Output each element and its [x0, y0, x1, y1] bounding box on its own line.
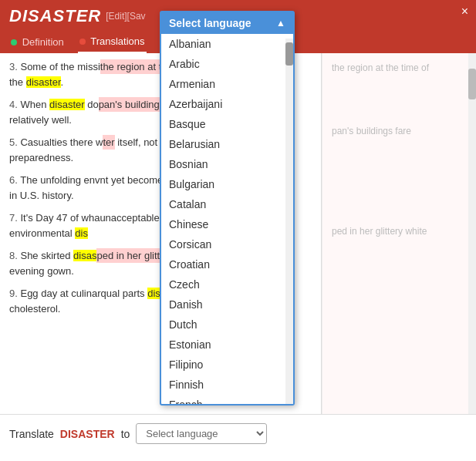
dropdown-item[interactable]: Filipino	[161, 355, 293, 375]
right-panel-text3: ped in her glittery white	[329, 223, 470, 240]
tab-translations-label: Translations	[90, 35, 144, 47]
tab-definition-label: Definition	[22, 36, 64, 48]
translations-dot	[79, 39, 86, 45]
dropdown-item[interactable]: Catalan	[161, 194, 293, 214]
dropdown-scroll-up[interactable]: ▲	[276, 18, 285, 29]
language-select[interactable]: Select language	[136, 423, 267, 444]
translate-word: DISASTER	[60, 428, 115, 440]
dropdown-item[interactable]: Azerbaijani	[161, 94, 293, 114]
dropdown-item[interactable]: Finnish	[161, 375, 293, 395]
dropdown-item[interactable]: Dutch	[161, 315, 293, 335]
bottom-bar: Translate DISASTER to Select language	[0, 414, 476, 453]
dropdown-item[interactable]: Belarusian	[161, 134, 293, 154]
translate-label: Translate	[9, 428, 54, 440]
dropdown-item[interactable]: Chinese	[161, 214, 293, 234]
dropdown-header: Select language ▲	[161, 12, 293, 34]
dropdown-item[interactable]: Danish	[161, 294, 293, 315]
tab-definition[interactable]: Definition	[9, 33, 66, 52]
definition-dot	[11, 39, 17, 45]
dropdown-scrollbar[interactable]	[285, 39, 293, 404]
dropdown-item[interactable]: Arabic	[161, 54, 293, 74]
right-panel: the region at the time of pan's building…	[322, 53, 476, 414]
right-panel-text: the region at the time of	[329, 59, 470, 76]
dropdown-item[interactable]: Estonian	[161, 335, 293, 355]
right-scrollbar-thumb	[468, 69, 476, 99]
language-dropdown: Select language ▲ AlbanianArabicArmenian…	[160, 11, 295, 405]
app-title: DISASTER	[9, 6, 101, 26]
tab-translations[interactable]: Translations	[78, 32, 147, 53]
dropdown-item[interactable]: Albanian	[161, 34, 293, 54]
dropdown-list: AlbanianArabicArmenianAzerbaijaniBasqueB…	[161, 34, 293, 404]
dropdown-item[interactable]: Basque	[161, 114, 293, 134]
dropdown-item[interactable]: Armenian	[161, 74, 293, 94]
dropdown-item[interactable]: Corsican	[161, 234, 293, 254]
right-scrollbar[interactable]	[468, 53, 476, 414]
dropdown-item[interactable]: French	[161, 395, 293, 404]
header-edit-label[interactable]: [Edit][Sav	[106, 11, 145, 22]
dropdown-item[interactable]: Croatian	[161, 254, 293, 274]
dropdown-item[interactable]: Bulgarian	[161, 174, 293, 194]
dropdown-item[interactable]: Bosnian	[161, 154, 293, 174]
dropdown-item[interactable]: Czech	[161, 274, 293, 294]
right-panel-text2: pan's buildings fare	[329, 123, 470, 140]
translate-to-label: to	[121, 428, 130, 440]
dropdown-scrollbar-thumb	[285, 42, 293, 66]
close-button[interactable]: ×	[461, 5, 468, 19]
dropdown-title: Select language	[169, 17, 252, 29]
